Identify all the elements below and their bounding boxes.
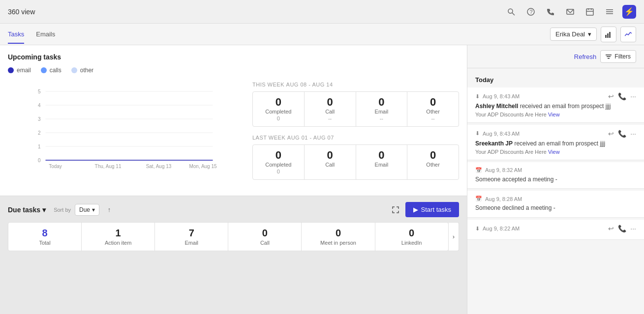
download-icon-2: ⬇ — [475, 130, 480, 137]
bar-chart-icon[interactable] — [601, 27, 616, 42]
lightning-icon[interactable]: ⚡ — [622, 5, 636, 19]
main-layout: Upcoming tasks email calls other — [0, 45, 644, 314]
activity-text-3: Someone accepted a meeting - — [475, 175, 636, 184]
start-tasks-button[interactable]: ▶ Start tasks — [405, 202, 459, 217]
this-week-other: 0 Other -- — [407, 92, 459, 126]
refresh-button[interactable]: Refresh — [574, 53, 597, 60]
due-count-email: 7 Email — [155, 223, 228, 251]
help-icon[interactable]: ? — [524, 5, 538, 19]
due-count-action: 1 Action item — [82, 223, 155, 251]
last-week-other: 0 Other — [407, 145, 459, 179]
right-panel: Refresh Filters Today ⬇ Aug 9, 8:43 AM ↩ — [467, 45, 644, 314]
due-tasks-title[interactable]: Due tasks ▾ — [8, 206, 46, 214]
chevron-down-icon: ▾ — [588, 30, 591, 38]
tab-emails[interactable]: Emails — [36, 25, 55, 44]
tab-bar: Tasks Emails Erika Deal ▾ — [0, 24, 644, 45]
activity-item-3: 📅 Aug 9, 8:32 AM Someone accepted a meet… — [467, 162, 644, 189]
top-nav: 360 view ? ⚡ — [0, 0, 644, 24]
sort-asc-button[interactable]: ↑ — [103, 204, 115, 216]
ellipsis-icon[interactable]: ··· — [630, 92, 636, 100]
svg-text:1: 1 — [38, 144, 41, 149]
due-count-meetinperson: 0 Meet in person — [302, 223, 375, 251]
mail-icon[interactable] — [563, 5, 577, 19]
this-week-stats: 0 Completed 0 0 Call -- 0 Em — [252, 91, 459, 127]
chart-left: 5 4 3 2 1 0 Today Thu, Aug 11 Sat, Aug 1… — [8, 82, 241, 188]
due-tasks-section: Due tasks ▾ Sort by Due ▾ ↑ — [0, 196, 467, 257]
list-icon[interactable] — [603, 5, 616, 19]
calendar-icon-3: 📅 — [475, 167, 482, 173]
activity-link-1[interactable]: View — [548, 112, 560, 117]
right-panel-body: Today ⬇ Aug 9, 8:43 AM ↩ 📞 ··· Ashley Mi… — [467, 68, 644, 314]
svg-text:4: 4 — [38, 103, 41, 108]
activity-item-2: ⬇ Aug 9, 8:43 AM ↩ 📞 ··· Sreekanth JP re… — [467, 125, 644, 160]
ellipsis-icon-5[interactable]: ··· — [630, 225, 636, 232]
upcoming-tasks-card: Upcoming tasks email calls other — [0, 45, 467, 196]
reply-icon-5[interactable]: ↩ — [608, 225, 614, 232]
today-heading: Today — [467, 74, 644, 87]
legend-calls: calls — [41, 67, 61, 74]
last-week-label: LAST WEEK AUG 01 - AUG 07 — [252, 135, 459, 141]
due-tasks-header: Due tasks ▾ Sort by Due ▾ ↑ — [8, 202, 459, 217]
phone-icon[interactable] — [544, 5, 557, 19]
activity-chart-icon[interactable] — [620, 27, 636, 42]
svg-text:Thu, Aug 11: Thu, Aug 11 — [95, 164, 122, 169]
this-week-call: 0 Call -- — [305, 92, 356, 126]
svg-point-0 — [508, 9, 513, 13]
last-week-section: LAST WEEK AUG 01 - AUG 07 0 Completed 0 — [252, 135, 459, 180]
legend-other: other — [71, 67, 93, 74]
activity-time-4: 📅 Aug 9, 8:28 AM — [475, 196, 522, 202]
reply-icon-2[interactable]: ↩ — [608, 130, 614, 138]
activity-time-1: ⬇ Aug 9, 8:43 AM — [475, 93, 520, 100]
this-week-completed: 0 Completed 0 — [253, 92, 305, 126]
download-icon: ⬇ — [475, 93, 480, 100]
svg-line-1 — [512, 13, 515, 15]
this-week-section: THIS WEEK AUG 08 - AUG 14 0 Completed 0 — [252, 82, 459, 127]
svg-rect-13 — [607, 33, 609, 38]
activity-sub-2: Your ADP Discounts Are Here View — [475, 149, 636, 155]
svg-text:5: 5 — [38, 89, 41, 94]
filters-button[interactable]: Filters — [600, 50, 636, 63]
due-count-linkedin: 0 LinkedIn — [375, 223, 448, 251]
svg-rect-12 — [605, 35, 607, 38]
legend: email calls other — [8, 67, 459, 74]
phone-action-icon-5[interactable]: 📞 — [618, 225, 626, 232]
svg-text:?: ? — [530, 9, 533, 15]
sort-dropdown[interactable]: Due ▾ — [75, 204, 99, 216]
activity-link-2[interactable]: View — [548, 149, 560, 155]
tab-controls: Erika Deal ▾ — [550, 27, 636, 42]
last-week-call: 0 Call — [305, 145, 356, 179]
svg-text:Sat, Aug 13: Sat, Aug 13 — [146, 164, 172, 169]
this-week-label: THIS WEEK AUG 08 - AUG 14 — [252, 82, 459, 87]
calendar-icon-4: 📅 — [475, 196, 482, 202]
expand-icon[interactable] — [390, 204, 401, 216]
svg-text:3: 3 — [38, 116, 41, 122]
reply-icon[interactable]: ↩ — [608, 92, 614, 100]
download-icon-5: ⬇ — [475, 226, 480, 232]
svg-rect-10 — [606, 11, 613, 12]
tab-tasks[interactable]: Tasks — [8, 25, 24, 44]
activity-time-3: 📅 Aug 9, 8:32 AM — [475, 167, 522, 173]
ellipsis-icon-2[interactable]: ··· — [630, 130, 636, 138]
upcoming-tasks-title: Upcoming tasks — [8, 53, 459, 61]
search-icon[interactable] — [504, 5, 518, 19]
svg-rect-14 — [609, 32, 611, 38]
activity-header-1: ⬇ Aug 9, 8:43 AM ↩ 📞 ··· — [475, 92, 636, 100]
activity-header-5: ⬇ Aug 9, 8:22 AM ↩ 📞 ··· — [475, 225, 636, 232]
sort-controls: Sort by Due ▾ ↑ — [54, 204, 115, 216]
due-count-total: 8 Total — [8, 223, 82, 251]
phone-action-icon[interactable]: 📞 — [618, 92, 626, 100]
calendar-icon[interactable] — [583, 5, 597, 19]
activity-time-5: ⬇ Aug 9, 8:22 AM — [475, 226, 520, 232]
due-counts: 8 Total 1 Action item 7 Email 0 Call — [8, 222, 449, 251]
last-week-email: 0 Email — [356, 145, 408, 179]
user-dropdown[interactable]: Erika Deal ▾ — [550, 28, 597, 41]
other-dot — [71, 67, 77, 73]
activity-actions-2: ↩ 📞 ··· — [608, 130, 636, 138]
activity-text-1: Ashley Mitchell received an email from p… — [475, 102, 636, 111]
email-dot — [8, 67, 14, 73]
chart-stats: THIS WEEK AUG 08 - AUG 14 0 Completed 0 — [252, 82, 459, 188]
phone-action-icon-2[interactable]: 📞 — [618, 130, 626, 138]
chart-container: 5 4 3 2 1 0 Today Thu, Aug 11 Sat, Aug 1… — [8, 82, 459, 188]
svg-rect-32 — [606, 55, 612, 56]
due-counts-next[interactable]: › — [449, 222, 459, 251]
